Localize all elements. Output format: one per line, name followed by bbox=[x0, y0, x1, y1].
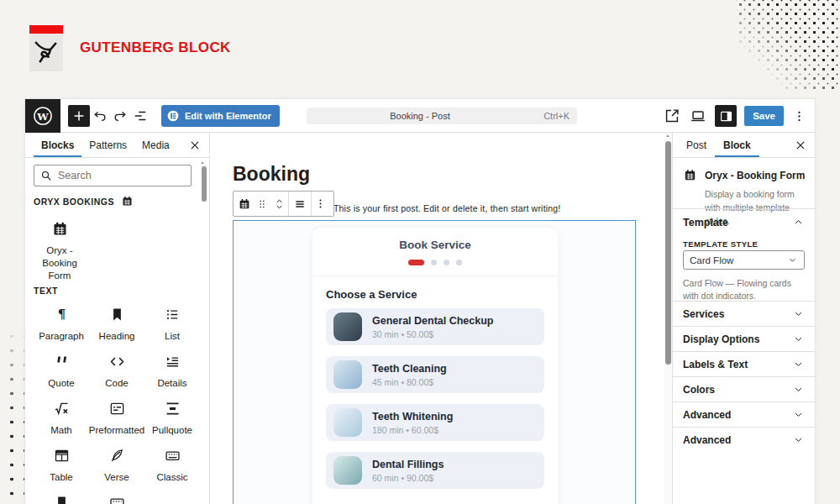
plus-icon bbox=[71, 108, 87, 124]
svg-text:¶: ¶ bbox=[57, 307, 65, 322]
service-card[interactable]: Dental Fillings 60 min • 90.00$ bbox=[326, 452, 544, 489]
service-card[interactable]: General Dental Checkup 30 min • 50.00$ bbox=[326, 308, 544, 345]
template-style-select[interactable]: Card Flow bbox=[683, 250, 805, 270]
block-mover-buttons[interactable] bbox=[270, 192, 288, 216]
undo-button[interactable] bbox=[90, 103, 110, 129]
block-type-icon bbox=[53, 400, 71, 417]
template-panel-toggle[interactable]: Template bbox=[673, 208, 815, 235]
block-type-icon bbox=[53, 353, 71, 370]
close-inserter-icon[interactable] bbox=[187, 138, 202, 153]
settings-panel-toggle[interactable]: Advanced bbox=[673, 427, 815, 452]
corner-dots-decoration bbox=[736, 0, 840, 89]
chevron-down-icon bbox=[792, 307, 805, 320]
selected-booking-block[interactable]: Book Service Choose a Service General De… bbox=[233, 220, 636, 504]
settings-panel-toggle[interactable]: Labels & Text bbox=[673, 351, 815, 376]
oryx-mark-icon bbox=[33, 37, 60, 67]
view-post-button[interactable] bbox=[663, 107, 681, 125]
chevron-up-icon bbox=[792, 216, 805, 228]
block-type-item[interactable] bbox=[35, 494, 87, 504]
drag-handle[interactable] bbox=[255, 192, 270, 216]
canvas-scrollbar[interactable] bbox=[664, 133, 672, 504]
edit-with-elementor-button[interactable]: Edit with Elementor bbox=[161, 105, 280, 127]
sidebar-panel-icon bbox=[718, 108, 734, 124]
settings-panel-toggle[interactable]: Display Options bbox=[673, 326, 815, 351]
post-title-field[interactable]: Booking bbox=[233, 163, 310, 186]
block-type-label: Code bbox=[105, 377, 129, 390]
settings-panel-toggle[interactable]: Services bbox=[673, 301, 815, 326]
settings-sidebar-toggle-button[interactable] bbox=[715, 105, 737, 127]
canvas-scrollbar-thumb[interactable] bbox=[665, 141, 671, 365]
block-type-item[interactable]: List bbox=[146, 306, 198, 341]
kebab-menu-icon bbox=[314, 197, 327, 210]
scroll-up-arrow-icon[interactable] bbox=[664, 133, 671, 139]
tab-post[interactable]: Post bbox=[678, 133, 715, 157]
close-settings-icon[interactable] bbox=[793, 138, 808, 153]
block-type-item[interactable]: Quote bbox=[35, 353, 87, 388]
search-input[interactable] bbox=[34, 165, 192, 186]
service-meta: 60 min • 90.00$ bbox=[372, 473, 444, 483]
editor-canvas: Booking Welcome to WordPress. This is yo… bbox=[210, 133, 664, 504]
block-type-item[interactable]: Pullquote bbox=[146, 400, 198, 435]
block-type-icon bbox=[108, 306, 126, 323]
document-overview-button[interactable] bbox=[130, 103, 150, 129]
block-type-icon bbox=[53, 447, 71, 465]
inserter-scrollbar-thumb[interactable] bbox=[202, 166, 207, 202]
block-type-label: Preformatted bbox=[89, 424, 144, 437]
template-style-value: Card Flow bbox=[690, 255, 733, 265]
command-center-bar[interactable]: Booking - Post Ctrl+K bbox=[307, 108, 577, 124]
command-center-title: Booking - Post bbox=[390, 111, 450, 121]
block-type-icon bbox=[108, 353, 126, 370]
scroll-up-arrow-icon[interactable] bbox=[199, 160, 206, 166]
list-view-icon bbox=[132, 108, 149, 124]
step-dot bbox=[431, 260, 437, 265]
settings-panel-label: Display Options bbox=[683, 333, 759, 345]
block-type-item[interactable]: Oryx - Booking Form bbox=[34, 220, 86, 282]
calendar-icon bbox=[683, 168, 697, 182]
save-button[interactable]: Save bbox=[744, 106, 784, 126]
block-type-item[interactable]: Table bbox=[35, 447, 87, 482]
oryx-section-text: ORYX BOOKINGS bbox=[34, 197, 114, 207]
tab-patterns[interactable]: Patterns bbox=[81, 133, 134, 157]
redo-button[interactable] bbox=[110, 103, 130, 129]
block-type-item[interactable]: Preformatted bbox=[91, 400, 143, 435]
tab-block[interactable]: Block bbox=[715, 133, 759, 157]
block-options-button[interactable] bbox=[312, 192, 328, 216]
text-blocks-grid: ¶ Paragraph Heading List Quote Code Deta… bbox=[34, 306, 200, 504]
block-type-item[interactable]: Classic bbox=[146, 447, 198, 482]
block-type-button[interactable] bbox=[234, 192, 255, 216]
tab-media[interactable]: Media bbox=[134, 133, 177, 157]
tab-blocks[interactable]: Blocks bbox=[34, 133, 81, 157]
block-type-label: Heading bbox=[99, 330, 135, 343]
template-style-help: Card Flow — Flowing cards with dot indic… bbox=[683, 277, 806, 302]
service-card[interactable]: Teeth Whitening 180 min • 60.00$ bbox=[326, 404, 544, 441]
booking-form-card: Book Service Choose a Service General De… bbox=[312, 228, 558, 504]
service-name: Dental Fillings bbox=[372, 459, 444, 470]
preview-devices-button[interactable] bbox=[689, 107, 707, 125]
block-type-item[interactable]: Math bbox=[35, 400, 87, 435]
settings-panel-toggle[interactable]: Colors bbox=[673, 376, 815, 402]
block-type-item[interactable]: Heading bbox=[91, 306, 143, 341]
block-type-label: Details bbox=[157, 377, 186, 390]
service-card[interactable]: Teeth Cleaning 45 min • 80.00$ bbox=[326, 356, 544, 393]
template-style-label: TEMPLATE STYLE bbox=[683, 239, 758, 249]
options-menu-button[interactable] bbox=[791, 106, 806, 126]
step-dots bbox=[312, 260, 558, 265]
settings-panel-toggle[interactable]: Advanced bbox=[673, 402, 815, 427]
block-type-item[interactable]: Verse bbox=[91, 447, 143, 482]
align-button[interactable] bbox=[289, 192, 311, 216]
booking-form-header: Book Service bbox=[312, 228, 558, 276]
step-dot bbox=[456, 260, 462, 265]
wordpress-menu-button[interactable]: W bbox=[25, 99, 60, 133]
editor-window: W Edit with Elementor Booking - Post Ctr… bbox=[25, 99, 815, 504]
chevron-down-icon bbox=[792, 383, 805, 396]
service-photo bbox=[333, 312, 362, 341]
command-shortcut: Ctrl+K bbox=[543, 111, 570, 121]
block-type-item[interactable] bbox=[91, 494, 143, 504]
block-type-label: Quote bbox=[48, 377, 74, 390]
block-type-item[interactable]: Details bbox=[146, 353, 198, 388]
block-type-icon bbox=[164, 306, 181, 323]
block-type-label: Table bbox=[50, 471, 73, 484]
block-type-item[interactable]: ¶ Paragraph bbox=[35, 306, 87, 341]
block-inserter-toggle-button[interactable] bbox=[68, 105, 90, 127]
block-type-item[interactable]: Code bbox=[91, 353, 143, 388]
